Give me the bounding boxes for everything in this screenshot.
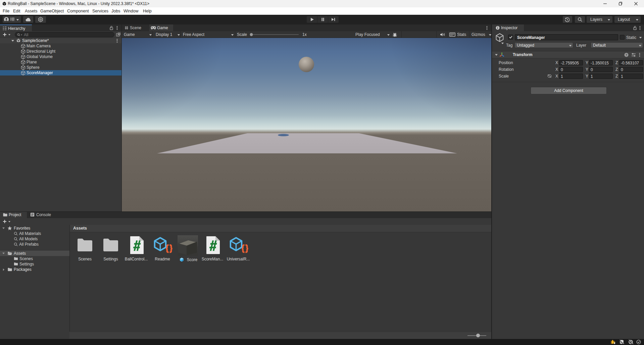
svg-text:?: ?	[626, 53, 628, 57]
